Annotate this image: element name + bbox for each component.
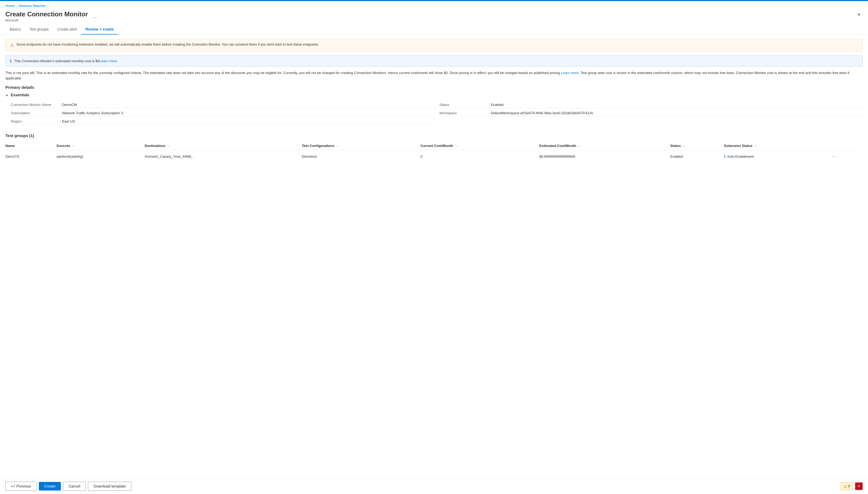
- header-title-block: Create Connection Monitor Microsoft: [5, 11, 88, 22]
- essentials-row-region: Region : East US: [11, 118, 434, 125]
- sort-testconfigs-icon[interactable]: ↑↓: [336, 145, 339, 148]
- create-button[interactable]: Create: [39, 482, 61, 491]
- tab-testgroups[interactable]: Test groups: [25, 24, 53, 35]
- essentials-val-subscription: Network Traffic Analytics Subscription 3: [62, 111, 123, 115]
- header-left: Create Connection Monitor Microsoft ...: [5, 11, 99, 22]
- page-title: Create Connection Monitor: [5, 11, 88, 18]
- col-header-sources: Sources ↑↓: [57, 141, 145, 150]
- primary-details-section: Primary details ▲ Essentials Connection …: [5, 85, 863, 128]
- cell-estimatedcost: $0.8999999999999999: [539, 150, 670, 163]
- essentials-row-status: Status : Enabled: [439, 101, 863, 108]
- table-header-row: Name Sources ↑↓ Destinations ↑↓ Test Con…: [5, 141, 863, 150]
- col-header-actions: [830, 141, 863, 150]
- essentials-row-empty: [439, 118, 863, 125]
- cell-extensionstatus: ℹ Auto Enablement: [724, 150, 830, 163]
- col-header-destinations: Destinations ↑↓: [144, 141, 301, 150]
- header-subtitle: Microsoft: [5, 19, 88, 22]
- test-groups-section: Test groups (1) Name Sources ↑↓ Destinat…: [5, 133, 863, 163]
- cell-testconfigs: Demotest: [302, 150, 420, 163]
- essentials-label: Essentials: [11, 93, 29, 97]
- cell-name: DemoTG: [5, 150, 57, 163]
- breadcrumb-sep1: ›: [16, 4, 17, 8]
- test-groups-title: Test groups (1): [5, 133, 863, 138]
- main-content: ⚠ Some endpoints do not have monitoring …: [0, 35, 868, 478]
- essentials-row-name: Connection Monitor Name : DemoCM: [11, 101, 434, 108]
- essentials-val-workspace: DefaultWorkspace-af15e575-f948-49ac-bce0…: [491, 111, 593, 115]
- sort-sources-icon[interactable]: ↑↓: [72, 145, 75, 148]
- row-more-button[interactable]: ···: [830, 153, 838, 160]
- col-header-status: Status ↑↓: [670, 141, 724, 150]
- info-text: This Connection Monitor's estimated mont…: [14, 59, 117, 63]
- breadcrumb-home[interactable]: Home: [5, 4, 15, 8]
- tab-createalert[interactable]: Create alert: [53, 24, 81, 35]
- tab-reviewcreate[interactable]: Review + create: [81, 24, 118, 35]
- tab-bar: Basics Test groups Create alert Review +…: [0, 24, 868, 35]
- cell-status: Enabled: [670, 150, 724, 163]
- more-options-button[interactable]: ...: [91, 13, 99, 20]
- essentials-grid: Connection Monitor Name : DemoCM Status …: [5, 101, 863, 128]
- essentials-key-region: Region: [11, 119, 59, 124]
- auto-enable-info-icon: ℹ: [724, 154, 725, 158]
- footer: << Previous Create Cancel Download templ…: [0, 478, 868, 494]
- tab-basics[interactable]: Basics: [5, 24, 25, 35]
- previous-button[interactable]: << Previous: [5, 482, 37, 491]
- warning-text: Some endpoints do not have monitoring ex…: [16, 42, 319, 46]
- cell-row-more: ···: [830, 150, 863, 163]
- info-banner: ℹ This Connection Monitor's estimated mo…: [5, 56, 863, 66]
- notification-badge[interactable]: ⚠ 7: [841, 482, 853, 490]
- notif-count: 7: [848, 484, 850, 488]
- description-part1: This is not your bill. This is an estima…: [5, 71, 561, 75]
- col-header-currentcost: Current Cost/Month ↑↓: [420, 141, 540, 150]
- essentials-row-workspace: Workspace : DefaultWorkspace-af15e575-f9…: [439, 110, 863, 116]
- info-cost-text: This Connection Monitor's estimated mont…: [14, 59, 99, 63]
- sort-extensionstatus-icon[interactable]: ↑↓: [755, 145, 757, 148]
- essentials-key-subscription: Subscription: [11, 111, 59, 115]
- notif-warning-icon: ⚠: [844, 484, 847, 488]
- cancel-button[interactable]: Cancel: [63, 482, 86, 491]
- essentials-row-subscription: Subscription : Network Traffic Analytics…: [11, 110, 434, 116]
- col-header-testconfigs: Test Configurations ↑↓: [302, 141, 420, 150]
- essentials-header[interactable]: ▲ Essentials: [5, 93, 863, 99]
- auto-enable-text: Auto Enablement: [727, 154, 754, 158]
- table-row: DemoTG aahilvnet(aahilrg) Animesh_Canary…: [5, 150, 863, 163]
- footer-left: << Previous Create Cancel Download templ…: [5, 482, 131, 491]
- sort-currentcost-icon[interactable]: ↑↓: [455, 145, 458, 148]
- cell-sources: aahilvnet(aahilrg): [57, 150, 145, 163]
- page-header: Create Connection Monitor Microsoft ... …: [0, 10, 868, 24]
- download-template-button[interactable]: Download template: [88, 482, 131, 491]
- warning-icon: ⚠: [10, 43, 14, 48]
- breadcrumb: Home › Network Watcher ›: [0, 1, 868, 10]
- description-paragraph: This is not your bill. This is an estima…: [5, 70, 863, 81]
- footer-right: ⚠ 7 ×: [841, 482, 863, 490]
- essentials-chevron-icon: ▲: [5, 93, 8, 97]
- sort-destinations-icon[interactable]: ↑↓: [167, 145, 170, 148]
- essentials-val-name: DemoCM: [62, 103, 77, 107]
- essentials-key-name: Connection Monitor Name: [11, 103, 59, 107]
- essentials-val-region: East US: [62, 119, 75, 124]
- description-link[interactable]: Learn more,: [561, 71, 579, 75]
- cell-destinations: Animesh_Canary_Vnet_ANM(…: [144, 150, 301, 163]
- col-header-name: Name: [5, 141, 57, 150]
- auto-enable-cell: ℹ Auto Enablement: [724, 154, 827, 158]
- sort-status-icon[interactable]: ↑↓: [683, 145, 686, 148]
- warning-banner: ⚠ Some endpoints do not have monitoring …: [5, 39, 863, 51]
- sort-estimatedcost-icon[interactable]: ↑↓: [578, 145, 580, 148]
- breadcrumb-network-watcher[interactable]: Network Watcher: [19, 4, 45, 8]
- test-groups-table: Name Sources ↑↓ Destinations ↑↓ Test Con…: [5, 141, 863, 163]
- cell-currentcost: 0: [420, 150, 540, 163]
- learn-more-link[interactable]: Learn more: [99, 59, 117, 63]
- col-header-extensionstatus: Extension Status ↑↓: [724, 141, 830, 150]
- error-close-button[interactable]: ×: [855, 482, 863, 490]
- close-button[interactable]: ×: [855, 11, 863, 19]
- essentials-key-status: Status: [439, 103, 488, 107]
- breadcrumb-sep2: ›: [47, 4, 48, 8]
- essentials-val-status: Enabled: [491, 103, 504, 107]
- info-icon: ℹ: [10, 58, 12, 63]
- primary-details-title: Primary details: [5, 85, 863, 90]
- col-header-estimatedcost: Estimated Cost/Month ↑↓: [539, 141, 670, 150]
- essentials-key-workspace: Workspace: [439, 111, 488, 115]
